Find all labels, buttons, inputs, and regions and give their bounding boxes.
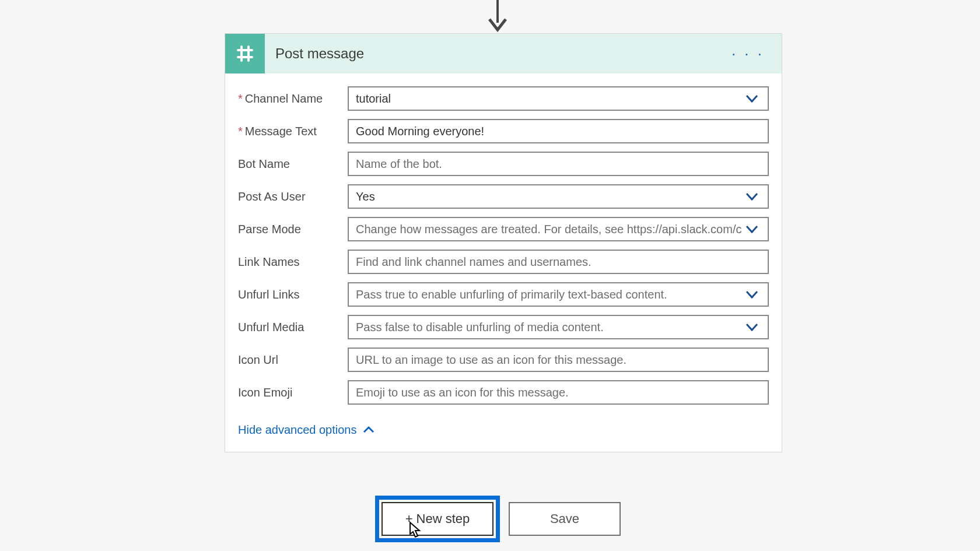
bot-name-input[interactable]: Name of the bot. bbox=[348, 152, 769, 176]
highlight-new-step: + New step bbox=[375, 496, 500, 542]
link-names-placeholder: Find and link channel names and username… bbox=[356, 255, 761, 269]
chevron-down-icon bbox=[743, 94, 761, 103]
chevron-down-icon bbox=[743, 224, 761, 234]
label-unfurl-media: Unfurl Media bbox=[238, 315, 348, 334]
icon-emoji-input[interactable]: Emoji to use as an icon for this message… bbox=[348, 380, 769, 405]
channel-name-select[interactable]: tutorial bbox=[348, 86, 769, 111]
row-message-text: Message Text Good Morning everyone! bbox=[238, 119, 769, 143]
hide-advanced-label: Hide advanced options bbox=[238, 423, 356, 437]
icon-emoji-placeholder: Emoji to use as an icon for this message… bbox=[356, 386, 761, 399]
parse-mode-placeholder: Change how messages are treated. For det… bbox=[356, 223, 743, 236]
card-title: Post message bbox=[275, 45, 728, 62]
row-unfurl-media: Unfurl Media Pass false to disable unfur… bbox=[238, 315, 769, 339]
label-icon-emoji: Icon Emoji bbox=[238, 380, 348, 399]
link-names-input[interactable]: Find and link channel names and username… bbox=[348, 250, 769, 274]
icon-url-input[interactable]: URL to an image to use as an icon for th… bbox=[348, 348, 769, 372]
row-parse-mode: Parse Mode Change how messages are treat… bbox=[238, 217, 769, 241]
footer-buttons: + New step Save bbox=[375, 496, 621, 542]
post-as-user-select[interactable]: Yes bbox=[348, 184, 769, 209]
bot-name-placeholder: Name of the bot. bbox=[356, 157, 761, 171]
more-options-icon[interactable]: · · · bbox=[728, 43, 768, 65]
row-unfurl-links: Unfurl Links Pass true to enable unfurli… bbox=[238, 282, 769, 307]
chevron-down-icon bbox=[743, 322, 761, 332]
label-unfurl-links: Unfurl Links bbox=[238, 282, 348, 301]
chevron-up-icon bbox=[362, 423, 375, 437]
icon-url-placeholder: URL to an image to use as an icon for th… bbox=[356, 353, 761, 367]
label-channel-name: Channel Name bbox=[238, 86, 348, 106]
chevron-down-icon bbox=[743, 290, 761, 299]
parse-mode-select[interactable]: Change how messages are treated. For det… bbox=[348, 217, 769, 241]
label-parse-mode: Parse Mode bbox=[238, 217, 348, 236]
label-message-text: Message Text bbox=[238, 119, 348, 138]
channel-name-value: tutorial bbox=[356, 92, 743, 106]
unfurl-media-placeholder: Pass false to disable unfurling of media… bbox=[356, 321, 743, 334]
row-link-names: Link Names Find and link channel names a… bbox=[238, 250, 769, 274]
post-as-user-value: Yes bbox=[356, 190, 743, 203]
step-card-post-message: Post message · · · Channel Name tutorial… bbox=[225, 33, 782, 452]
slack-icon bbox=[225, 34, 265, 73]
chevron-down-icon bbox=[743, 192, 761, 201]
message-text-value: Good Morning everyone! bbox=[356, 125, 761, 138]
row-post-as-user: Post As User Yes bbox=[238, 184, 769, 209]
row-icon-url: Icon Url URL to an image to use as an ic… bbox=[238, 348, 769, 372]
flow-arrow bbox=[480, 0, 515, 32]
unfurl-links-placeholder: Pass true to enable unfurling of primari… bbox=[356, 288, 743, 301]
new-step-button[interactable]: + New step bbox=[382, 502, 494, 536]
message-text-input[interactable]: Good Morning everyone! bbox=[348, 119, 769, 143]
save-button[interactable]: Save bbox=[509, 502, 621, 536]
label-link-names: Link Names bbox=[238, 250, 348, 269]
label-icon-url: Icon Url bbox=[238, 348, 348, 367]
card-body: Channel Name tutorial Message Text Good … bbox=[225, 73, 782, 452]
unfurl-links-select[interactable]: Pass true to enable unfurling of primari… bbox=[348, 282, 769, 307]
row-channel-name: Channel Name tutorial bbox=[238, 86, 769, 111]
card-header[interactable]: Post message · · · bbox=[225, 34, 782, 73]
unfurl-media-select[interactable]: Pass false to disable unfurling of media… bbox=[348, 315, 769, 339]
row-bot-name: Bot Name Name of the bot. bbox=[238, 152, 769, 176]
row-icon-emoji: Icon Emoji Emoji to use as an icon for t… bbox=[238, 380, 769, 405]
label-bot-name: Bot Name bbox=[238, 152, 348, 171]
hide-advanced-options-button[interactable]: Hide advanced options bbox=[238, 423, 375, 437]
label-post-as-user: Post As User bbox=[238, 184, 348, 203]
